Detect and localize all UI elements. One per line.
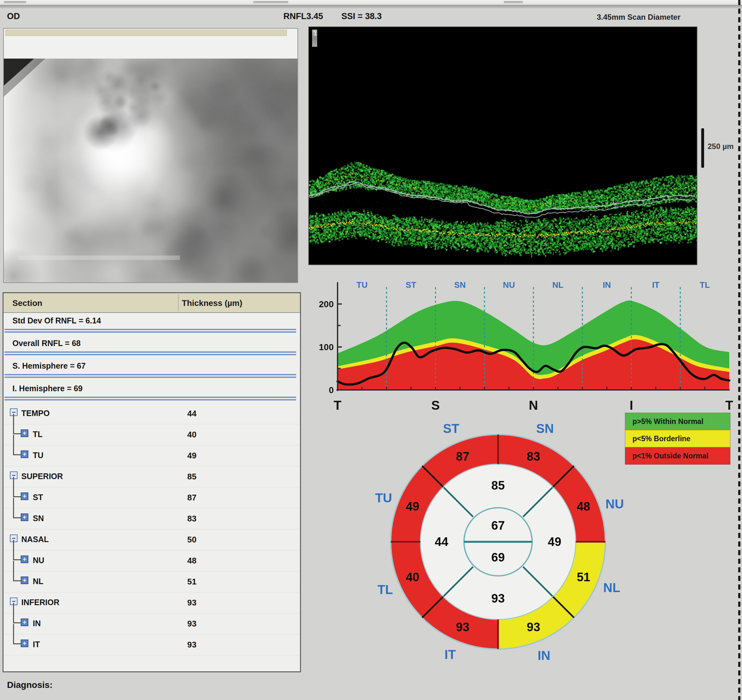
section-name: NU <box>33 556 44 565</box>
section-name: TU <box>33 451 43 460</box>
sector-label-IN: IN <box>537 649 550 662</box>
expand-icon[interactable]: + <box>21 576 28 584</box>
table-row[interactable]: −SUPERIOR85 <box>3 466 300 487</box>
thickness-value: 83 <box>187 514 196 524</box>
legend-item: p<5% Borderline <box>625 430 730 447</box>
section-name: INFERIOR <box>21 598 59 607</box>
expand-icon[interactable]: + <box>21 556 28 563</box>
window-edge-artifact <box>0 0 742 5</box>
section-name: IN <box>33 619 41 628</box>
sector-value-SN: 83 <box>527 450 540 463</box>
row-separator <box>3 395 297 403</box>
tree-connector <box>13 414 21 434</box>
summary-row[interactable]: I. Hemisphere = 69 <box>3 381 300 395</box>
scale-bar <box>701 128 704 168</box>
section-name: SN <box>33 514 44 523</box>
table-row[interactable]: +IN93 <box>3 613 300 634</box>
thickness-value: 50 <box>187 535 196 545</box>
tree-connector <box>13 624 21 644</box>
sector-value-IN: 93 <box>527 621 540 634</box>
thickness-value: 93 <box>187 619 196 629</box>
artifact-mark <box>504 1 523 3</box>
summary-row-text: Overall RNFL = 68 <box>12 339 81 348</box>
expand-icon[interactable]: + <box>21 493 28 500</box>
summary-row[interactable]: Overall RNFL = 68 <box>3 335 300 350</box>
scale-bar-label: 250 µm <box>708 142 734 151</box>
thickness-table-panel: Section Thickness (µm) Std Dev Of RNFL =… <box>3 292 301 672</box>
tree-connector <box>13 540 21 560</box>
thickness-value: 87 <box>187 493 196 503</box>
sector-value-NU: 48 <box>577 500 590 513</box>
table-row[interactable]: +TU49 <box>3 446 300 466</box>
sector-label-NU: NU <box>605 497 624 511</box>
thickness-value: 44 <box>187 409 196 419</box>
tree-connector <box>13 498 21 518</box>
column-header-thickness: Thickness (µm) <box>182 298 242 308</box>
expand-icon[interactable]: + <box>21 640 28 647</box>
sector-value-ST: 87 <box>456 450 470 463</box>
sector-label-TU: TU <box>375 491 392 505</box>
table-row[interactable]: +IT93 <box>3 634 300 656</box>
table-row[interactable]: +NL51 <box>3 571 300 593</box>
summary-row[interactable]: Std Dev Of RNFL = 6.14 <box>3 313 300 327</box>
row-separator <box>3 327 297 335</box>
table-header: Section Thickness (µm) <box>3 293 300 313</box>
section-name: ST <box>33 493 43 502</box>
table-row[interactable]: +NU48 <box>3 550 300 571</box>
eye-label: OD <box>7 12 20 21</box>
ssi-value: SSI = 38.3 <box>342 12 382 21</box>
thickness-value: 93 <box>187 640 196 650</box>
sector-label-SN: SN <box>536 422 554 435</box>
expand-icon[interactable]: + <box>21 450 28 458</box>
column-header-section: Section <box>12 298 42 308</box>
section-name: NL <box>33 577 43 586</box>
fundus-photo[interactable] <box>4 59 297 282</box>
artifact-mark <box>253 1 288 3</box>
table-row[interactable]: +ST87 <box>3 487 300 508</box>
sector-value-IT: 93 <box>456 621 470 634</box>
window-edge-band <box>0 5 742 8</box>
legend-item-label: p<5% Borderline <box>632 435 690 443</box>
hemisphere-value-I: 69 <box>492 551 505 564</box>
expand-icon[interactable]: + <box>21 513 28 521</box>
row-separator <box>3 350 297 358</box>
expand-icon[interactable]: + <box>21 619 28 626</box>
rnfl-sector-wheel[interactable]: 8348519393404987854993446769SNNUNLINITTL… <box>358 402 638 682</box>
column-divider <box>178 294 179 311</box>
table-row[interactable]: +SN83 <box>3 508 300 529</box>
expand-icon[interactable]: + <box>21 429 28 437</box>
thickness-value: 48 <box>187 556 196 566</box>
table-row[interactable]: +TL40 <box>3 424 300 446</box>
quadrant-value-T: 44 <box>435 535 448 549</box>
table-body: Std Dev Of RNFL = 6.14Overall RNFL = 68S… <box>3 313 300 656</box>
thickness-value: 40 <box>187 430 196 440</box>
hemisphere-value-S: 67 <box>492 519 505 532</box>
summary-row[interactable]: S. Hemisphere = 67 <box>3 358 300 372</box>
sector-value-TU: 49 <box>406 500 419 513</box>
table-row[interactable]: −NASAL50 <box>3 529 300 550</box>
thickness-value: 51 <box>187 577 196 587</box>
thickness-value: 49 <box>187 451 196 460</box>
scan-diameter-label: 3.45mm Scan Diameter <box>597 13 680 22</box>
section-name: TEMPO <box>21 409 50 418</box>
fundus-image-panel <box>3 28 298 283</box>
diagnosis-label: Diagnosis: <box>7 680 53 690</box>
quadrant-value-N: 49 <box>548 535 561 549</box>
tree-connector <box>13 603 21 623</box>
legend-item: p<1% Outside Normal <box>625 447 730 465</box>
row-separator <box>3 372 297 381</box>
oct-bscan-image[interactable] <box>309 27 697 265</box>
section-name: TL <box>33 430 43 439</box>
summary-row-text: S. Hemisphere = 67 <box>12 361 86 371</box>
table-row[interactable]: −INFERIOR93 <box>3 593 300 613</box>
thickness-value: 93 <box>187 598 196 608</box>
sector-label-TL: TL <box>377 582 393 597</box>
table-row[interactable]: −TEMPO44 <box>3 403 300 424</box>
quadrant-value-I: 93 <box>492 592 505 605</box>
probability-legend: p>5% Within Normalp<5% Borderlinep<1% Ou… <box>625 413 730 465</box>
fundus-panel-titlebar[interactable] <box>6 29 287 36</box>
summary-row-text: Std Dev Of RNFL = 6.14 <box>12 316 101 325</box>
section-name: IT <box>33 640 40 649</box>
sector-label-NL: NL <box>603 581 620 595</box>
legend-item: p>5% Within Normal <box>625 413 730 430</box>
